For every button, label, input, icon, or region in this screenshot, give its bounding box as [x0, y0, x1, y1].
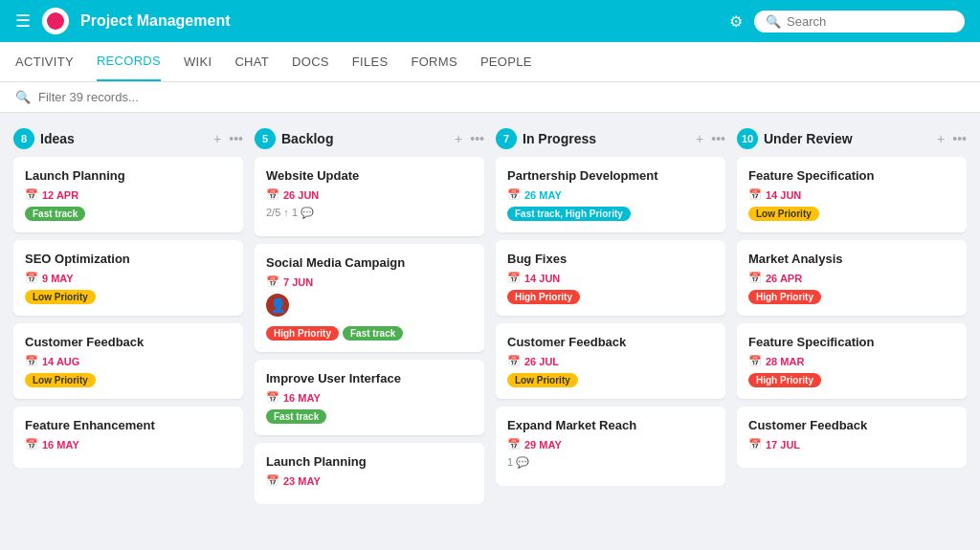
calendar-icon: 📅: [25, 188, 38, 201]
tag: High Priority: [748, 373, 821, 387]
card-title: Customer Feedback: [748, 418, 955, 432]
card-date: 📅 14 JUN: [507, 272, 714, 284]
calendar-icon: 📅: [25, 438, 38, 451]
add-card-icon[interactable]: +: [696, 131, 703, 146]
card[interactable]: Partnership Development📅 26 MAYFast trac…: [496, 157, 725, 232]
nav-files[interactable]: FILES: [352, 43, 389, 80]
calendar-icon: 📅: [25, 355, 38, 367]
filter-icon: 🔍: [15, 90, 31, 104]
kanban-board: 8Ideas+ •••Launch Planning📅 12 APRFast t…: [0, 113, 980, 545]
card-title: Website Update: [266, 168, 473, 183]
card-title: Improve User Interface: [266, 371, 473, 385]
card[interactable]: Customer Feedback📅 14 AUGLow Priority: [13, 323, 243, 399]
app-title: Project Management: [80, 12, 718, 30]
card-title: Feature Specification: [748, 168, 955, 183]
tag: Low Priority: [748, 207, 819, 221]
avatar: 👤: [266, 294, 289, 317]
card-tags: Low Priority: [748, 207, 955, 221]
add-card-icon[interactable]: +: [213, 131, 221, 146]
calendar-icon: 📅: [266, 474, 279, 487]
card[interactable]: Feature Enhancement📅 16 MAY: [13, 407, 243, 468]
card-tags: Fast track: [25, 207, 232, 221]
card-meta: 1 💬: [507, 456, 714, 469]
nav-chat[interactable]: CHAT: [234, 43, 269, 80]
card-tags: Fast track, High Priority: [507, 207, 714, 221]
tag: High Priority: [748, 290, 821, 304]
card-tags: Low Priority: [507, 373, 714, 387]
cards-container-underreview: Feature Specification📅 14 JUNLow Priorit…: [737, 157, 967, 468]
tag: Low Priority: [25, 290, 96, 304]
card[interactable]: Launch Planning📅 23 MAY: [255, 443, 484, 504]
tag: Fast track: [343, 326, 403, 341]
column-menu-icon[interactable]: •••: [229, 131, 243, 146]
card[interactable]: Expand Market Reach📅 29 MAY1 💬: [496, 407, 725, 486]
cards-container-backlog: Website Update📅 26 JUN2/5 ↑ 1 💬Social Me…: [255, 157, 484, 504]
card-date: 📅 12 APR: [25, 188, 232, 201]
nav-records[interactable]: RECORDS: [97, 42, 161, 81]
card[interactable]: Customer Feedback📅 17 JUL: [737, 407, 967, 468]
filter-input[interactable]: [38, 90, 230, 104]
card[interactable]: Bug Fixes📅 14 JUNHigh Priority: [496, 240, 725, 316]
card-title: Expand Market Reach: [507, 418, 714, 432]
card[interactable]: Market Analysis📅 26 APRHigh Priority: [737, 240, 967, 316]
tag: High Priority: [266, 326, 339, 341]
column-count-underreview: 10: [737, 128, 758, 149]
column-inprogress: 7In Progress+ •••Partnership Development…: [496, 124, 725, 534]
card[interactable]: Customer Feedback📅 26 JULLow Priority: [496, 323, 725, 399]
calendar-icon: 📅: [25, 272, 38, 284]
card-date: 📅 26 JUL: [507, 355, 714, 367]
card[interactable]: Launch Planning📅 12 APRFast track: [13, 157, 243, 232]
card[interactable]: Social Media Campaign📅 7 JUN👤High Priori…: [255, 244, 484, 352]
settings-icon[interactable]: ⚙: [729, 12, 743, 31]
calendar-icon: 📅: [507, 355, 521, 367]
tag: Fast track: [266, 409, 326, 424]
tag: High Priority: [507, 290, 580, 304]
add-card-icon[interactable]: +: [937, 131, 945, 146]
card-tags: Fast track: [266, 409, 473, 424]
card[interactable]: Feature Specification📅 14 JUNLow Priorit…: [737, 157, 967, 232]
calendar-icon: 📅: [266, 188, 279, 201]
search-box[interactable]: 🔍: [754, 11, 965, 33]
card-date: 📅 17 JUL: [748, 438, 955, 451]
card-title: Feature Specification: [748, 335, 955, 349]
card-tags: High Priority: [748, 373, 955, 387]
column-title-backlog: Backlog: [281, 131, 449, 146]
column-menu-icon[interactable]: •••: [711, 131, 725, 146]
calendar-icon: 📅: [748, 438, 762, 451]
column-title-underreview: Under Review: [764, 131, 931, 146]
card-title: Market Analysis: [748, 252, 955, 266]
tag: Fast track: [25, 207, 85, 221]
card-title: Launch Planning: [25, 168, 232, 183]
card-date: 📅 7 JUN: [266, 275, 473, 288]
card-tags: High Priority: [748, 290, 955, 304]
calendar-icon: 📅: [507, 188, 521, 201]
card-tags: High PriorityFast track: [266, 326, 473, 341]
card-title: Customer Feedback: [507, 335, 714, 349]
column-count-inprogress: 7: [496, 128, 517, 149]
calendar-icon: 📅: [748, 188, 762, 201]
nav-forms[interactable]: FORMS: [411, 43, 457, 80]
card-tags: Low Priority: [25, 290, 232, 304]
nav-wiki[interactable]: WIKI: [184, 43, 212, 80]
card[interactable]: Improve User Interface📅 16 MAYFast track: [255, 360, 484, 435]
column-ideas: 8Ideas+ •••Launch Planning📅 12 APRFast t…: [13, 124, 243, 534]
menu-icon[interactable]: ☰: [15, 11, 31, 32]
card-date: 📅 16 MAY: [25, 438, 232, 451]
search-icon: 🔍: [766, 14, 781, 29]
card-meta: 2/5 ↑ 1 💬: [266, 207, 473, 219]
column-title-inprogress: In Progress: [523, 131, 690, 146]
card-title: Partnership Development: [507, 168, 714, 183]
column-menu-icon[interactable]: •••: [470, 131, 484, 146]
card[interactable]: Website Update📅 26 JUN2/5 ↑ 1 💬: [255, 157, 484, 236]
column-menu-icon[interactable]: •••: [952, 131, 967, 146]
nav-people[interactable]: PEOPLE: [480, 43, 532, 80]
search-input[interactable]: [787, 14, 953, 29]
card[interactable]: SEO Optimization📅 9 MAYLow Priority: [13, 240, 243, 316]
card[interactable]: Feature Specification📅 28 MARHigh Priori…: [737, 323, 967, 399]
add-card-icon[interactable]: +: [455, 131, 462, 146]
column-header-inprogress: 7In Progress+ •••: [496, 124, 725, 157]
card-tags: Low Priority: [25, 373, 232, 387]
nav-activity[interactable]: ACTIVITY: [15, 43, 74, 80]
card-date: 📅 16 MAY: [266, 391, 473, 404]
nav-docs[interactable]: DOCS: [292, 43, 329, 80]
